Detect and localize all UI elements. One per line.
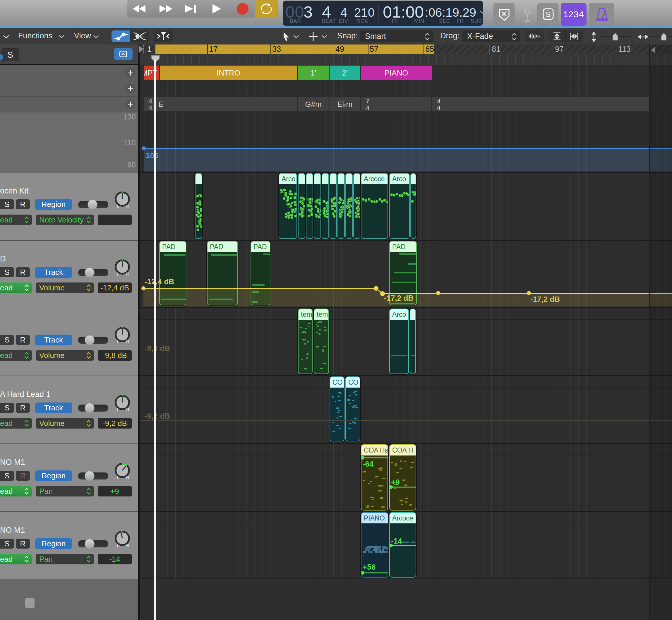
svg-text:L: L xyxy=(117,543,119,548)
svg-text:R: R xyxy=(126,339,130,344)
svg-text:L: L xyxy=(117,203,119,208)
svg-text:R: R xyxy=(126,543,130,548)
svg-text:R: R xyxy=(126,475,130,480)
svg-text:L: L xyxy=(117,339,119,344)
svg-text:L: L xyxy=(117,407,119,412)
svg-text:R: R xyxy=(126,407,130,412)
svg-text:S: S xyxy=(546,10,551,19)
svg-text:R: R xyxy=(126,271,130,276)
svg-text:L: L xyxy=(117,271,119,276)
svg-text:L: L xyxy=(117,475,119,480)
svg-text:R: R xyxy=(126,203,130,208)
